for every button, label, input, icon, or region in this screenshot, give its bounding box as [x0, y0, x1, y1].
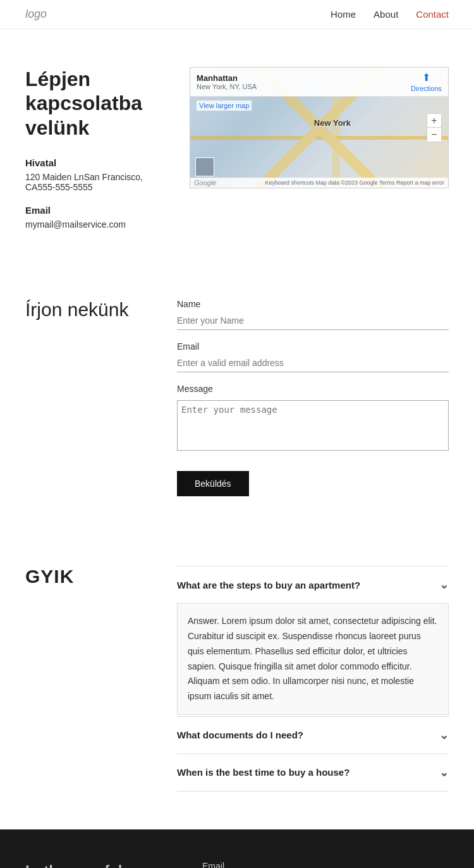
faq-item-3: When is the best time to buy a house? ⌄	[177, 754, 449, 792]
email-label: Email	[25, 205, 164, 216]
contact-heading: Lépjen kapcsolatba velünk	[25, 67, 164, 140]
faq-chevron-1-icon: ⌄	[439, 578, 449, 592]
email-group: Email	[177, 341, 449, 372]
form-fields: Name Email Message Beküldés	[177, 299, 449, 496]
faq-question-1[interactable]: What are the steps to buy an apartment? …	[177, 566, 449, 603]
faq-heading: GYIK	[25, 566, 152, 587]
faq-question-3-text: When is the best time to buy a house?	[177, 767, 349, 778]
nav-about-link[interactable]: About	[374, 9, 398, 20]
directions-label[interactable]: Directions	[411, 85, 442, 92]
map-zoom-out[interactable]: −	[427, 128, 441, 142]
faq-item-1: What are the steps to buy an apartment? …	[177, 566, 449, 715]
map-ny-label: New York	[314, 118, 351, 128]
name-group: Name	[177, 299, 449, 330]
newsletter-section: Iratkozzon fel hírlevelünkre Email Bekül…	[0, 829, 474, 868]
newsletter-email-label: Email	[202, 861, 449, 868]
email-value: mymail@mailservice.com	[25, 219, 164, 229]
faq-question-3[interactable]: When is the best time to buy a house? ⌄	[177, 754, 449, 791]
nav-home[interactable]: Home	[331, 9, 356, 20]
map-zoom-in[interactable]: +	[427, 114, 441, 128]
newsletter-heading: Iratkozzon fel hírlevelünkre	[25, 861, 164, 868]
nav-links: Home About Contact	[331, 9, 449, 20]
message-input[interactable]	[177, 400, 449, 451]
nav-contact-link[interactable]: Contact	[416, 9, 449, 20]
nav-contact[interactable]: Contact	[416, 9, 449, 20]
navbar: logo Home About Contact	[0, 0, 474, 29]
map-place-sub: New York, NY, USA	[197, 83, 257, 90]
nav-about[interactable]: About	[374, 9, 398, 20]
office-address: 120 Maiden LnSan Francisco, CA555-555-55…	[25, 172, 164, 192]
map-background: Manhattan New York, NY, USA ⬆ Directions…	[190, 68, 448, 188]
nav-home-link[interactable]: Home	[331, 9, 356, 20]
map-directions[interactable]: ⬆ Directions	[411, 71, 442, 92]
map-place-name: Manhattan	[197, 73, 257, 83]
faq-list: What are the steps to buy an apartment? …	[177, 566, 449, 792]
form-section: Írjon nekünk Name Email Message Beküldés	[0, 274, 474, 534]
google-logo: Google	[194, 179, 216, 186]
contact-text: Lépjen kapcsolatba velünk Hivatal 120 Ma…	[25, 67, 164, 242]
map-thumbnail	[195, 157, 214, 176]
newsletter-title-line1: Iratkozzon fel	[25, 862, 122, 868]
form-email-label: Email	[177, 341, 449, 351]
map-footer: Google Keyboard shortcuts Map data ©2023…	[190, 178, 448, 188]
logo: logo	[25, 8, 47, 21]
faq-item-2: What documents do I need? ⌄	[177, 716, 449, 754]
email-input[interactable]	[177, 354, 449, 372]
name-input[interactable]	[177, 312, 449, 330]
map-place-info: Manhattan New York, NY, USA	[197, 73, 257, 90]
faq-question-2-text: What documents do I need?	[177, 730, 303, 740]
faq-question-1-text: What are the steps to buy an apartment?	[177, 580, 360, 590]
office-label: Hivatal	[25, 157, 164, 168]
contact-info-section: Lépjen kapcsolatba velünk Hivatal 120 Ma…	[0, 29, 474, 274]
message-label: Message	[177, 384, 449, 394]
map-container[interactable]: Manhattan New York, NY, USA ⬆ Directions…	[190, 67, 449, 188]
form-heading: Írjon nekünk	[25, 299, 152, 321]
faq-chevron-2-icon: ⌄	[439, 728, 449, 742]
name-label: Name	[177, 299, 449, 309]
faq-chevron-3-icon: ⌄	[439, 766, 449, 779]
faq-section: GYIK What are the steps to buy an apartm…	[0, 534, 474, 829]
map-header: Manhattan New York, NY, USA ⬆ Directions	[190, 68, 448, 97]
map-zoom-controls: + −	[427, 113, 442, 142]
newsletter-title: Iratkozzon fel hírlevelünkre	[25, 861, 164, 868]
directions-icon: ⬆	[422, 71, 430, 83]
form-title: Írjon nekünk	[25, 299, 152, 321]
form-submit-button[interactable]: Beküldés	[177, 471, 249, 496]
message-group: Message	[177, 384, 449, 453]
faq-title: GYIK	[25, 566, 152, 587]
faq-answer-1: Answer. Lorem ipsum dolor sit amet, cons…	[177, 603, 449, 715]
map-view-larger[interactable]: View larger map	[197, 101, 252, 111]
newsletter-form: Email Beküldés	[202, 861, 449, 868]
faq-question-2[interactable]: What documents do I need? ⌄	[177, 717, 449, 754]
map-footer-text: Keyboard shortcuts Map data ©2023 Google…	[265, 180, 444, 186]
